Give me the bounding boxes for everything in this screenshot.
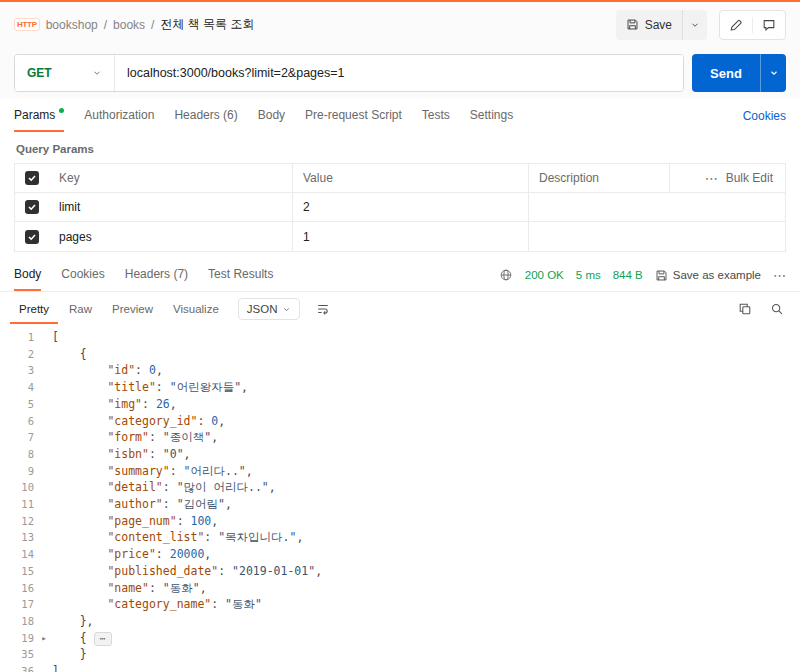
- line-number: 1: [0, 329, 36, 346]
- view-tab-raw[interactable]: Raw: [60, 294, 101, 324]
- save-example-icon: [655, 269, 668, 282]
- code-text: ]: [52, 663, 59, 672]
- view-tab-pretty[interactable]: Pretty: [10, 294, 58, 324]
- method-select[interactable]: GET: [15, 55, 115, 91]
- breadcrumb: HTTP bookshop / books / 전체 책 목록 조회: [14, 16, 254, 33]
- response-tab-body[interactable]: Body: [14, 259, 41, 291]
- tab-pre-request-script[interactable]: Pre-request Script: [305, 99, 402, 132]
- code-line: 9▸ "summary": "어리다..",: [0, 463, 800, 480]
- code-line: 10▸ "detail": "많이 어리다..",: [0, 479, 800, 496]
- code-text: "summary": "어리다..",: [52, 463, 253, 480]
- copy-button[interactable]: [732, 296, 758, 322]
- response-tab-cookies[interactable]: Cookies: [61, 259, 104, 291]
- response-more-options[interactable]: ⋯: [773, 269, 786, 282]
- code-line: 35▸ }: [0, 646, 800, 663]
- url-input[interactable]: [115, 55, 683, 91]
- row-checkbox[interactable]: [25, 200, 39, 214]
- bulk-edit-label: Bulk Edit: [726, 171, 773, 185]
- search-button[interactable]: [764, 296, 790, 322]
- cookies-link[interactable]: Cookies: [743, 99, 786, 132]
- tab-params[interactable]: Params: [14, 99, 64, 132]
- code-line: 4▸ "title": "어린왕자들",: [0, 379, 800, 396]
- code-line: 19▸ { ⋯: [0, 630, 800, 647]
- tab-label: Test Results: [208, 267, 273, 281]
- tab-label: Settings: [470, 108, 513, 122]
- wrap-text-button[interactable]: [310, 296, 336, 322]
- param-description-cell[interactable]: [529, 222, 669, 251]
- fold-chevron-icon[interactable]: ▸: [36, 630, 52, 647]
- param-key-cell[interactable]: limit: [49, 193, 293, 221]
- code-text: "img": 26,: [52, 396, 177, 413]
- code-line: 36▸]: [0, 663, 800, 672]
- breadcrumb-collection[interactable]: bookshop: [46, 18, 98, 32]
- response-body-viewer[interactable]: 1▸[2▸ {3▸ "id": 0,4▸ "title": "어린왕자들",5▸…: [0, 326, 800, 672]
- line-number: 36: [0, 663, 36, 672]
- code-line: 17▸ "category_name": "동화": [0, 596, 800, 613]
- method-label: GET: [27, 66, 52, 80]
- code-body: 1▸[2▸ {3▸ "id": 0,4▸ "title": "어린왕자들",5▸…: [0, 329, 800, 672]
- url-bar: GET Send: [0, 47, 800, 99]
- param-value-cell[interactable]: 1: [293, 222, 529, 251]
- chevron-down-icon: [282, 305, 291, 314]
- collapsed-content-chip[interactable]: ⋯: [94, 632, 112, 646]
- tab-headers[interactable]: Headers (6): [174, 99, 237, 132]
- tab-settings[interactable]: Settings: [470, 99, 513, 132]
- code-text: "author": "김어림",: [52, 496, 232, 513]
- tab-tests[interactable]: Tests: [422, 99, 450, 132]
- breadcrumb-separator: /: [151, 18, 154, 32]
- format-select[interactable]: JSON: [238, 298, 301, 320]
- line-number: 35: [0, 646, 36, 663]
- edit-button[interactable]: [720, 11, 752, 39]
- line-number: 6: [0, 413, 36, 430]
- breadcrumb-folder[interactable]: books: [113, 18, 145, 32]
- format-label: JSON: [247, 303, 278, 315]
- param-value-cell[interactable]: 2: [293, 193, 529, 221]
- save-as-example-button[interactable]: Save as example: [655, 269, 761, 282]
- select-all-checkbox[interactable]: [25, 171, 39, 185]
- save-button[interactable]: Save: [616, 18, 682, 32]
- comments-button[interactable]: [753, 11, 785, 39]
- line-number: 3: [0, 362, 36, 379]
- save-as-example-label: Save as example: [673, 269, 761, 281]
- more-options-icon[interactable]: ⋯: [705, 172, 718, 185]
- param-key-cell[interactable]: pages: [49, 222, 293, 251]
- code-text: "name": "동화",: [52, 580, 207, 597]
- tab-authorization[interactable]: Authorization: [84, 99, 154, 132]
- request-title[interactable]: 전체 책 목록 조회: [160, 16, 254, 33]
- globe-icon[interactable]: [499, 268, 513, 282]
- code-line: 18▸ },: [0, 613, 800, 630]
- line-number: 10: [0, 479, 36, 496]
- send-button-group: Send: [692, 54, 786, 92]
- code-text: "form": "종이책",: [52, 429, 218, 446]
- line-number: 4: [0, 379, 36, 396]
- response-view-toolbar: Pretty Raw Preview Visualize JSON: [0, 292, 800, 326]
- code-line: 13▸ "content_list": "목차입니다.",: [0, 529, 800, 546]
- tab-label: Headers (7): [125, 267, 188, 281]
- tab-label: Params: [14, 108, 55, 122]
- param-description-cell[interactable]: [529, 193, 669, 221]
- tab-body[interactable]: Body: [258, 99, 285, 132]
- row-checkbox[interactable]: [25, 230, 39, 244]
- code-line: 14▸ "price": 20000,: [0, 546, 800, 563]
- code-line: 5▸ "img": 26,: [0, 396, 800, 413]
- header-actions: Save: [616, 10, 786, 40]
- code-text: [: [52, 329, 59, 346]
- table-row: pages 1: [15, 222, 785, 251]
- cookies-label: Cookies: [743, 109, 786, 123]
- tab-label: Cookies: [61, 267, 104, 281]
- bulk-edit-button[interactable]: ⋯ Bulk Edit: [669, 164, 785, 192]
- wrap-text-icon: [316, 302, 330, 316]
- view-toolbar-right: [732, 296, 790, 322]
- send-options-button[interactable]: [760, 54, 786, 92]
- param-extra-cell: [669, 222, 785, 251]
- code-text: "title": "어린왕자들",: [52, 379, 248, 396]
- response-tab-test-results[interactable]: Test Results: [208, 259, 273, 291]
- view-tab-visualize[interactable]: Visualize: [164, 294, 228, 324]
- view-tab-preview[interactable]: Preview: [103, 294, 162, 324]
- save-options-button[interactable]: [683, 10, 707, 40]
- line-number: 11: [0, 496, 36, 513]
- send-button[interactable]: Send: [692, 54, 760, 92]
- breadcrumb-separator: /: [104, 18, 107, 32]
- search-icon: [770, 302, 784, 316]
- response-tab-headers[interactable]: Headers (7): [125, 259, 188, 291]
